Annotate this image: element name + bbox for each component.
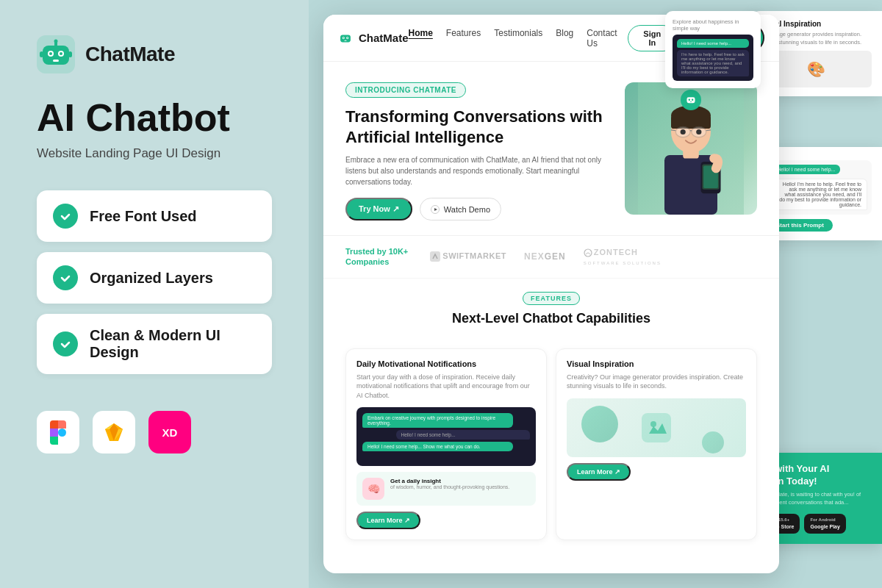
svg-rect-17 bbox=[340, 35, 351, 42]
chat-reply-1: Hello! I need some help... bbox=[396, 430, 530, 440]
xd-label: XD bbox=[162, 426, 178, 439]
svg-point-48 bbox=[650, 421, 656, 427]
feat-card-visual-title: Visual Inspiration bbox=[567, 359, 746, 368]
feat-card-daily-desc: Start your day with a dose of inspiratio… bbox=[356, 373, 536, 401]
decorative-circle-2 bbox=[702, 431, 724, 453]
try-now-button[interactable]: Try Now ↗ bbox=[345, 198, 412, 220]
feature-text-layers: Organized Layers bbox=[90, 270, 213, 287]
svg-rect-45 bbox=[430, 251, 440, 262]
watch-demo-label: Watch Demo bbox=[444, 205, 490, 214]
svg-rect-28 bbox=[690, 101, 692, 102]
top-right-desc: Explore about happiness in simple way bbox=[673, 18, 753, 32]
check-icon-ui bbox=[53, 331, 78, 356]
side-bottom-desc: ChatMate, is waiting to chat with you! o… bbox=[764, 491, 872, 506]
mini-chat: Hello! I need some help... Hello! I'm he… bbox=[767, 160, 872, 215]
svg-point-4 bbox=[49, 52, 52, 55]
left-panel: ChatMate AI Chatbot Website Landing Page… bbox=[0, 0, 309, 588]
check-icon-layers bbox=[53, 265, 78, 290]
hero-image bbox=[625, 82, 757, 215]
nav-link-blog[interactable]: Blog bbox=[556, 28, 573, 49]
trusted-by-text: Trusted by bbox=[345, 247, 387, 256]
visual-icon bbox=[642, 413, 671, 442]
nav-brand-name: ChatMate bbox=[359, 32, 409, 44]
svg-point-20 bbox=[343, 37, 345, 38]
svg-point-38 bbox=[696, 129, 701, 135]
feat-card-daily-title: Daily Motivational Notifications bbox=[356, 359, 536, 368]
trusted-section: Trusted by 10K+ Companies SWIFTMARKET NE… bbox=[323, 235, 779, 278]
features-badge: FEATURES bbox=[523, 292, 580, 305]
learn-more-button-visual[interactable]: Learn More ↗ bbox=[567, 463, 631, 481]
hero-desc: Embrace a new era of communication with … bbox=[345, 154, 610, 187]
insight-title: Get a daily insight bbox=[390, 478, 509, 484]
right-panel: ChatMate Home Features Testimonials Blog… bbox=[309, 0, 882, 588]
palette-icon: 🎨 bbox=[807, 60, 825, 78]
trusted-label: Trusted by 10K+ Companies bbox=[345, 246, 408, 268]
google-play-button[interactable]: For Android Google Play bbox=[804, 514, 845, 534]
check-icon-font bbox=[53, 204, 78, 229]
svg-rect-1 bbox=[43, 46, 69, 65]
google-play-sublabel: For Android bbox=[810, 517, 839, 523]
sketch-badge bbox=[93, 411, 135, 453]
company-swiftmarket: SWIFTMARKET bbox=[430, 251, 506, 262]
main-title: AI Chatbot bbox=[37, 97, 272, 139]
intro-badge: INTRODUCING CHATMATE bbox=[345, 82, 466, 98]
nav-links: Home Features Testimonials Blog Contact … bbox=[409, 28, 628, 49]
svg-point-5 bbox=[60, 52, 62, 55]
svg-point-27 bbox=[692, 98, 693, 100]
learn-more-button-daily[interactable]: Learn More ↗ bbox=[356, 512, 420, 529]
features-title: Next-Level Chatbot Capabilities bbox=[345, 311, 757, 326]
nav-link-contact[interactable]: Contact Us bbox=[587, 28, 628, 49]
nav-brand: ChatMate bbox=[338, 31, 409, 46]
feature-text-ui: Clean & Modern UI Design bbox=[90, 327, 256, 361]
svg-point-26 bbox=[689, 98, 690, 100]
watch-demo-button[interactable]: Watch Demo bbox=[420, 198, 501, 220]
mini-chat-reply1: Hello! I'm here to help. Feel free to as… bbox=[772, 179, 867, 210]
robot-badge-hero bbox=[681, 90, 701, 110]
decorative-circle bbox=[581, 406, 618, 442]
svg-marker-24 bbox=[434, 208, 437, 211]
top-right-msg: Hello! I need some help... bbox=[677, 39, 749, 48]
top-right-chat: Hello! I need some help... I'm here to h… bbox=[673, 35, 753, 81]
hero-text: INTRODUCING CHATMATE Transforming Conver… bbox=[345, 82, 610, 220]
nav-link-home[interactable]: Home bbox=[409, 28, 433, 49]
feature-card-font: Free Font Used bbox=[37, 190, 272, 242]
top-right-card: Explore about happiness in simple way He… bbox=[665, 11, 761, 88]
features-section-header: FEATURES Next-Level Chatbot Capabilities bbox=[323, 278, 779, 338]
top-right-reply: I'm here to help. Feel free to ask me an… bbox=[677, 50, 749, 76]
feature-cards-row: Daily Motivational Notifications Start y… bbox=[323, 338, 779, 551]
subtitle: Website Landing Page UI Design bbox=[37, 146, 272, 161]
svg-rect-47 bbox=[642, 413, 671, 442]
app-download-buttons: iOS 15.6+ App Store For Android Google P… bbox=[764, 514, 872, 534]
side-bottom-title: ct with Your AInion Today! bbox=[764, 463, 872, 488]
insight-desc: of wisdom, humor, and thought-provoking … bbox=[390, 484, 509, 490]
svg-point-21 bbox=[347, 37, 348, 38]
company-logos: SWIFTMARKET NEXGEN ZONTECHSOFTWARE SOLUT… bbox=[430, 248, 662, 266]
svg-rect-10 bbox=[68, 51, 72, 57]
xd-badge: XD bbox=[148, 411, 191, 453]
svg-rect-25 bbox=[686, 97, 695, 103]
feature-card-layers: Organized Layers bbox=[37, 252, 272, 304]
svg-rect-6 bbox=[53, 60, 59, 62]
feature-text-font: Free Font Used bbox=[90, 208, 197, 225]
daily-insight-card: 🧠 Get a daily insight of wisdom, humor, … bbox=[356, 472, 536, 506]
svg-point-37 bbox=[681, 129, 686, 135]
feature-card-visual: Visual Inspiration Creativity? Our image… bbox=[556, 348, 757, 541]
hero-buttons: Try Now ↗ Watch Demo bbox=[345, 198, 610, 220]
play-icon bbox=[431, 205, 440, 214]
browser-main: ChatMate Home Features Testimonials Blog… bbox=[323, 15, 779, 573]
svg-rect-22 bbox=[344, 40, 346, 40]
figma-badge bbox=[37, 411, 79, 453]
brand-logo: ChatMate bbox=[37, 35, 272, 74]
trusted-suffix: Companies bbox=[345, 257, 389, 266]
nav-link-features[interactable]: Features bbox=[446, 28, 481, 49]
svg-rect-9 bbox=[40, 51, 43, 57]
visual-preview bbox=[567, 398, 746, 457]
nav-link-testimonials[interactable]: Testimonials bbox=[494, 28, 542, 49]
brain-icon: 🧠 bbox=[362, 478, 384, 500]
svg-line-41 bbox=[706, 130, 711, 131]
chat-msg-2: Hello! I need some help... Show me what … bbox=[362, 442, 513, 451]
tool-icons: XD bbox=[37, 411, 272, 453]
mini-chat-msg1: Hello! I need some help... bbox=[772, 165, 840, 174]
feat-card-visual-desc: Creativity? Our image generator provides… bbox=[567, 373, 746, 391]
hero-title: Transforming Conversations with Artifici… bbox=[345, 107, 610, 147]
